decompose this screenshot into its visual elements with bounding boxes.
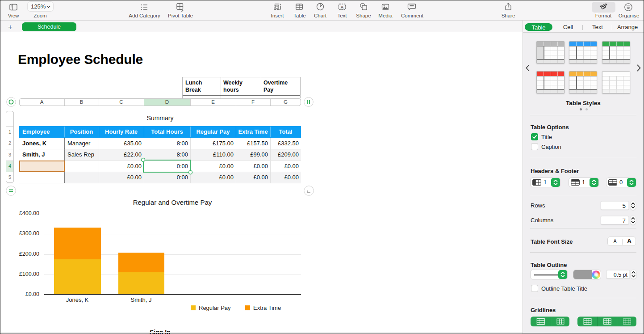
svg-text:A: A [341, 4, 344, 9]
